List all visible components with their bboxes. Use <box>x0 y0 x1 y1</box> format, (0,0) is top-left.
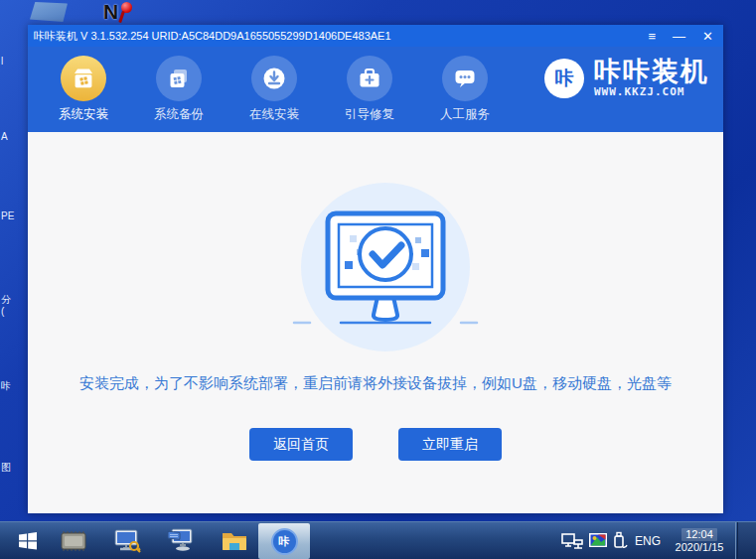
minimize-icon[interactable]: — <box>673 30 685 43</box>
desktop-icon-label-fragment: 图 <box>1 462 11 474</box>
tray-display-color-icon[interactable] <box>586 522 610 559</box>
brand-logo: 咔 咔咔装机 WWW.KKZJ.COM <box>544 58 709 98</box>
nav-label: 系统备份 <box>131 106 227 123</box>
nav-label: 人工服务 <box>417 106 513 123</box>
tray-usb-eject-icon[interactable] <box>610 522 630 559</box>
desktop-icon-label-fragment: 咔 <box>1 380 11 392</box>
laptop-icon[interactable] <box>30 2 68 22</box>
monitor-check-icon <box>266 158 505 376</box>
return-home-button[interactable]: 返回首页 <box>249 428 353 461</box>
completion-message: 安装完成，为了不影响系统部署，重启前请将外接设备拔掉，例如U盘，移动硬盘，光盘等 <box>28 374 723 393</box>
desktop-icon-label-fragment: l <box>1 56 3 68</box>
kaka-app-icon: 咔 <box>271 528 298 555</box>
package-icon <box>61 56 106 101</box>
brand-site: WWW.KKZJ.COM <box>594 85 709 98</box>
tray-time: 12:04 <box>681 528 717 541</box>
kaka-badge-icon: 咔 <box>544 59 584 98</box>
tray-clock[interactable]: 12:04 2020/1/15 <box>668 522 731 559</box>
nav-label: 系统安装 <box>36 106 131 123</box>
taskbar-kaka-app-button[interactable]: 咔 <box>258 523 310 559</box>
chat-bubble-icon <box>442 56 488 101</box>
desktop-background-top: N <box>0 0 756 28</box>
tray-network-icon[interactable] <box>559 522 585 559</box>
window-title: 咔咔装机 V 3.1.532.254 URID:A5C84DD9A1655055… <box>34 29 391 44</box>
desktop-icon-label-fragment: PE <box>1 210 14 222</box>
nav-item-boot-repair[interactable]: 引导修复 <box>322 56 417 132</box>
taskbar: 咔 ENG 12:04 2020/1/15 <box>0 521 756 559</box>
start-button[interactable] <box>8 522 48 559</box>
show-desktop-button[interactable] <box>737 522 756 559</box>
n-red-key-icon[interactable]: N <box>103 0 137 27</box>
main-content: 安装完成，为了不影响系统部署，重启前请将外接设备拔掉，例如U盘，移动硬盘，光盘等… <box>28 132 723 513</box>
tray-language-indicator[interactable]: ENG <box>632 522 664 559</box>
kaka-installer-window: 咔咔装机 V 3.1.532.254 URID:A5C84DD9A1655055… <box>28 25 723 513</box>
taskbar-monitor-lock-icon[interactable] <box>109 522 145 559</box>
taskbar-pc-keyboard-icon[interactable] <box>163 522 199 559</box>
windows-logo-icon <box>16 529 40 553</box>
toolbox-icon <box>347 56 392 101</box>
nav-label: 引导修复 <box>322 106 417 123</box>
restart-now-button[interactable]: 立即重启 <box>398 428 502 461</box>
red-key-stem <box>118 11 125 23</box>
close-icon[interactable]: ✕ <box>702 30 713 43</box>
n-letter: N <box>103 0 118 24</box>
desktop-icon-label-fragment: A <box>1 131 8 143</box>
taskbar-divider <box>735 522 736 559</box>
nav-bar: 系统安装 系统备份 <box>28 47 723 132</box>
taskbar-folder-icon[interactable] <box>217 522 252 559</box>
nav-item-online-install[interactable]: 在线安装 <box>227 56 322 132</box>
taskbar-chip-icon[interactable] <box>56 522 91 559</box>
nav-item-manual-service[interactable]: 人工服务 <box>417 56 513 132</box>
brand-name: 咔咔装机 <box>594 58 709 85</box>
titlebar[interactable]: 咔咔装机 V 3.1.532.254 URID:A5C84DD9A1655055… <box>28 25 723 47</box>
download-circle-icon <box>251 56 297 101</box>
tray-date: 2020/1/15 <box>676 541 724 554</box>
menu-icon[interactable]: ≡ <box>649 30 657 43</box>
backup-copies-icon <box>156 56 202 101</box>
nav-item-system-install[interactable]: 系统安装 <box>36 56 131 132</box>
nav-label: 在线安装 <box>227 106 322 123</box>
desktop-icon-label-fragment: 分 ( <box>1 294 11 318</box>
nav-item-system-backup[interactable]: 系统备份 <box>131 56 227 132</box>
